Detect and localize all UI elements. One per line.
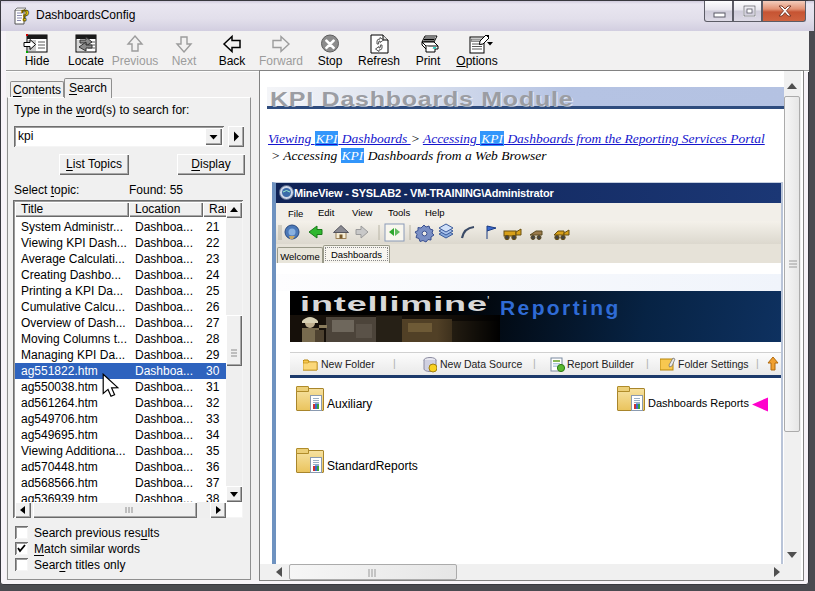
svg-text:?: ?	[21, 7, 30, 25]
